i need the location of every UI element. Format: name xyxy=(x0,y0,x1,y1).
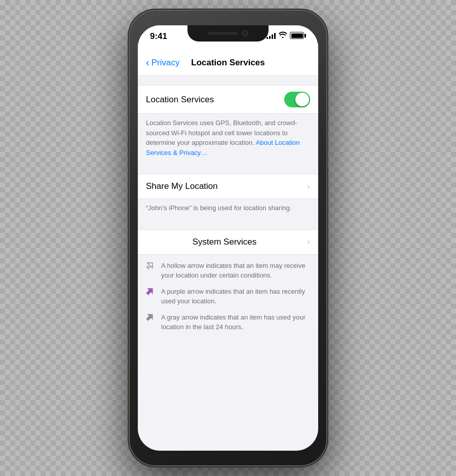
share-location-text: “John’s iPhone” is being used for locati… xyxy=(146,203,310,213)
volume-up-button[interactable] xyxy=(128,110,129,143)
system-services-cell[interactable]: System Services › xyxy=(138,229,318,255)
share-my-location-label: Share My Location xyxy=(146,181,303,191)
spacer-2 xyxy=(138,220,318,229)
hollow-arrow-text: A hollow arrow indicates that an item ma… xyxy=(161,261,310,281)
volume-down-button[interactable] xyxy=(128,149,129,181)
location-services-description: Location Services uses GPS, Bluetooth, a… xyxy=(138,114,318,165)
system-services-chevron-icon: › xyxy=(307,236,310,247)
gray-arrow-icon xyxy=(146,313,156,323)
gray-arrow-text: A gray arrow indicates that an item has … xyxy=(161,312,310,332)
notch xyxy=(187,25,269,42)
legend-section: A hollow arrow indicates that an item ma… xyxy=(138,255,318,338)
phone-screen: 9:41 xyxy=(138,25,318,451)
back-button[interactable]: ‹ Privacy xyxy=(146,58,179,68)
top-spacer xyxy=(138,76,318,85)
location-services-label: Location Services xyxy=(146,95,284,105)
toggle-thumb xyxy=(295,93,309,106)
legend-item-gray: A gray arrow indicates that an item has … xyxy=(146,312,310,332)
location-services-section: Location Services xyxy=(138,85,318,114)
location-services-cell: Location Services xyxy=(138,85,318,114)
system-services-section: System Services › xyxy=(138,229,318,255)
speaker xyxy=(208,32,238,35)
settings-body: Location Services Location Services uses… xyxy=(138,76,318,451)
location-services-toggle[interactable] xyxy=(284,92,310,107)
description-text: Location Services uses GPS, Bluetooth, a… xyxy=(146,118,310,157)
spacer-1 xyxy=(138,165,318,174)
status-icons xyxy=(267,31,306,39)
share-location-description: “John’s iPhone” is being used for locati… xyxy=(138,199,318,220)
battery-icon xyxy=(290,32,306,39)
legend-item-purple: A purple arrow indicates that an item ha… xyxy=(146,287,310,306)
wifi-icon xyxy=(279,31,287,39)
hollow-arrow-icon xyxy=(146,261,156,271)
mute-button[interactable] xyxy=(128,85,129,103)
purple-arrow-text: A purple arrow indicates that an item ha… xyxy=(161,287,310,306)
purple-arrow-icon xyxy=(146,287,156,297)
screen-content: ‹ Privacy Location Services Location Ser… xyxy=(138,50,318,451)
chevron-right-icon: › xyxy=(307,181,310,192)
system-services-label: System Services xyxy=(146,237,303,247)
phone-frame: 9:41 xyxy=(129,10,327,466)
navigation-bar: ‹ Privacy Location Services xyxy=(138,50,318,76)
power-button[interactable] xyxy=(327,121,328,169)
chevron-left-icon: ‹ xyxy=(146,57,149,67)
share-my-location-section: Share My Location › xyxy=(138,174,318,199)
share-my-location-cell[interactable]: Share My Location › xyxy=(138,174,318,199)
legend-item-hollow: A hollow arrow indicates that an item ma… xyxy=(146,261,310,281)
page-title: Location Services xyxy=(191,58,265,68)
back-label: Privacy xyxy=(151,58,180,68)
front-camera xyxy=(242,30,248,36)
